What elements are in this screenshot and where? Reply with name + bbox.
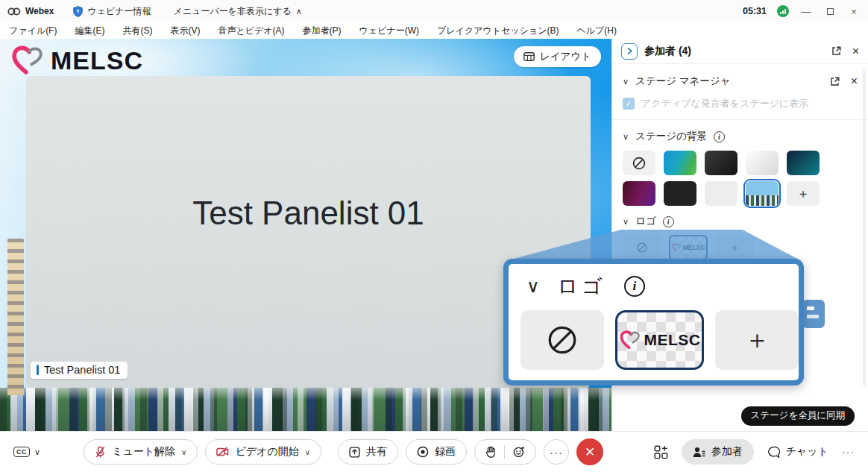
popout-icon[interactable] xyxy=(831,46,841,56)
more-options-button[interactable]: ··· xyxy=(544,439,569,465)
webinar-info-button[interactable]: ウェビナー情報 xyxy=(73,5,151,18)
background-thumb-purple[interactable] xyxy=(623,181,655,206)
participants-toggle-label: 参加者 xyxy=(711,445,743,459)
popout-icon[interactable] xyxy=(830,77,840,86)
leave-meeting-button[interactable]: ✕ xyxy=(576,438,603,465)
unmute-button[interactable]: ミュート解除 ∨ xyxy=(84,439,198,465)
menubar: ファイル(F) 編集(E) 共有(S) 表示(V) 音声とビデオ(A) 参加者(… xyxy=(0,22,868,39)
prohibited-icon xyxy=(632,156,647,171)
background-thumb-black[interactable] xyxy=(664,181,696,206)
stage-brand-logo: MELSC xyxy=(10,45,143,76)
info-icon[interactable]: i xyxy=(714,131,725,142)
menu-share[interactable]: 共有(S) xyxy=(122,25,152,37)
stage-background-header: ∨ ステージの背景 i xyxy=(612,130,868,143)
background-thumb-none[interactable] xyxy=(623,151,655,175)
start-video-button[interactable]: ビデオの開始 ∨ xyxy=(205,439,321,465)
background-thumb-white[interactable] xyxy=(705,181,738,206)
titlebar: Webex ウェビナー情報 メニューバーを非表示にする ∧ 05:31 — × xyxy=(0,0,868,22)
start-video-label: ビデオの開始 xyxy=(235,445,298,459)
name-badge-label: Test Panelist 01 xyxy=(44,364,120,376)
webex-logo-icon xyxy=(7,7,21,16)
menu-breakout[interactable]: ブレイクアウトセッション(B) xyxy=(437,25,559,37)
raise-hand-icon[interactable] xyxy=(485,446,496,458)
background-thumb-bluegreen[interactable] xyxy=(664,151,696,175)
logo-section-callout: ∨ ロゴ i MELSC ＋ xyxy=(503,259,804,386)
callout-logo-add-button[interactable]: ＋ xyxy=(715,310,799,370)
melsc-heart-icon xyxy=(10,45,45,76)
hide-menubar-button[interactable]: メニューバーを非表示にする ∧ xyxy=(174,5,302,18)
toolbar-right-group: 参加者 チャット ··· xyxy=(654,439,855,465)
layout-grid-icon xyxy=(523,52,535,61)
participant-display-name: Test Panelist 01 xyxy=(192,195,424,232)
info-icon: i xyxy=(624,276,645,297)
stage-manager-title: ステージ マネージャ xyxy=(635,75,730,88)
participants-title: 参加者 (4) xyxy=(644,45,691,58)
share-button[interactable]: 共有 xyxy=(338,439,398,465)
divider xyxy=(612,119,868,120)
background-thumb-dark[interactable] xyxy=(705,151,738,175)
chat-button[interactable]: チャット xyxy=(767,445,828,459)
participants-toggle-button[interactable]: 参加者 xyxy=(682,439,754,465)
divider xyxy=(504,445,505,459)
toolbar-overflow-button[interactable]: ··· xyxy=(842,446,855,458)
participants-panel-header: 参加者 (4) × xyxy=(612,39,868,64)
melsc-heart-icon xyxy=(619,330,641,350)
menu-edit[interactable]: 編集(E) xyxy=(75,25,104,37)
meeting-time: 05:31 xyxy=(743,6,767,16)
menu-file[interactable]: ファイル(F) xyxy=(9,25,57,37)
webinar-info-label: ウェビナー情報 xyxy=(87,5,151,18)
connection-quality-icon[interactable] xyxy=(777,5,789,17)
callout-logo-melsc-selected[interactable]: MELSC xyxy=(615,310,705,370)
panel-scrollbar[interactable] xyxy=(863,69,866,386)
info-icon[interactable]: i xyxy=(663,216,674,227)
unmute-label: ミュート解除 xyxy=(112,445,175,459)
stage-background-grid: ＋ xyxy=(623,151,858,206)
menu-help[interactable]: ヘルプ(H) xyxy=(576,25,617,37)
chevron-down-icon[interactable]: ∨ xyxy=(623,77,629,86)
close-icon: ✕ xyxy=(585,444,595,460)
menu-participants[interactable]: 参加者(P) xyxy=(303,25,342,37)
chevron-down-icon: ∨ xyxy=(34,447,40,457)
background-thumb-city-selected[interactable] xyxy=(746,181,779,206)
reactions-group xyxy=(474,439,536,465)
background-thumb-teal[interactable] xyxy=(787,151,820,175)
callout-logo-none[interactable] xyxy=(521,310,604,370)
layout-button[interactable]: レイアウト xyxy=(514,46,601,67)
callout-brand-text: MELSC xyxy=(644,331,701,349)
sync-stage-button[interactable]: ステージを全員に同期 xyxy=(741,406,855,426)
captions-button[interactable]: CC ∨ xyxy=(13,447,40,457)
maximize-button[interactable] xyxy=(823,6,837,17)
apps-icon[interactable] xyxy=(654,445,668,459)
menu-view[interactable]: 表示(V) xyxy=(170,25,200,37)
background-add-button[interactable]: ＋ xyxy=(787,181,820,206)
stage-manager-header: ∨ ステージ マネージャ × xyxy=(612,75,868,88)
more-options-label: ··· xyxy=(550,446,563,459)
stage-brand-text: MELSC xyxy=(51,46,143,75)
menu-webinar[interactable]: ウェビナー(W) xyxy=(359,25,419,37)
chevron-down-icon[interactable]: ∨ xyxy=(623,217,629,227)
maximize-icon xyxy=(827,8,834,15)
collapse-panel-button[interactable] xyxy=(621,43,638,60)
menu-audio-video[interactable]: 音声とビデオ(A) xyxy=(218,25,284,37)
minimize-button[interactable]: — xyxy=(799,6,813,17)
chevron-down-icon[interactable]: ∨ xyxy=(623,132,629,142)
checkbox-checked-icon[interactable]: ✓ xyxy=(623,98,635,110)
stage-background-city xyxy=(0,388,611,431)
background-thumb-light[interactable] xyxy=(746,151,779,175)
chat-label: チャット xyxy=(786,445,828,459)
logo-section-title: ロゴ xyxy=(635,215,656,228)
captions-icon: CC xyxy=(13,447,30,457)
close-section-icon[interactable]: × xyxy=(851,75,858,87)
control-toolbar: CC ∨ ミュート解除 ∨ ビデオの開始 ∨ 共有 録画 xyxy=(0,431,868,472)
callout-logo-title: ロゴ xyxy=(558,273,606,300)
chevron-down-icon[interactable]: ∨ xyxy=(305,448,310,456)
record-button[interactable]: 録画 xyxy=(406,439,467,465)
layout-button-label: レイアウト xyxy=(540,50,591,63)
stage-card-icon xyxy=(802,300,825,328)
close-panel-icon[interactable]: × xyxy=(852,45,859,57)
chevron-down-icon[interactable]: ∨ xyxy=(181,448,186,456)
share-icon xyxy=(349,447,360,458)
emoji-reaction-icon[interactable] xyxy=(513,446,525,458)
close-window-button[interactable]: × xyxy=(847,6,861,17)
webex-brand: Webex xyxy=(7,6,54,16)
